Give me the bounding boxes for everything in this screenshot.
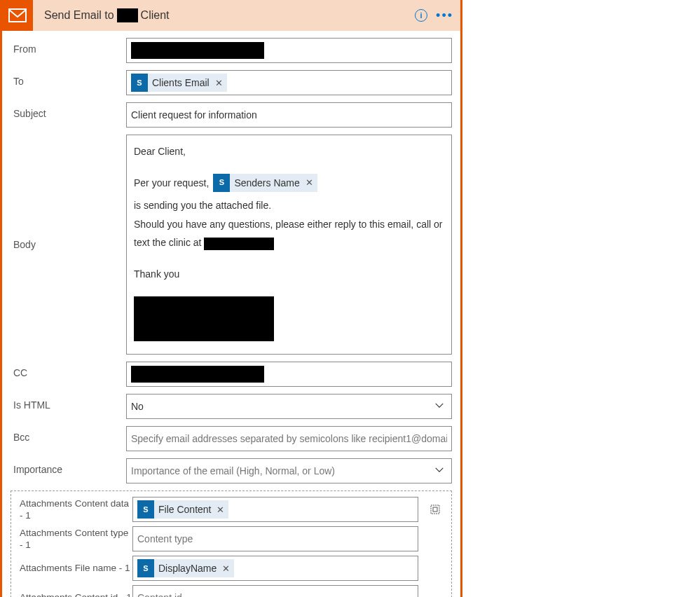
att-type-label: Attachments Content type - 1	[17, 527, 132, 551]
cc-label: CC	[11, 362, 126, 378]
token-clients-email[interactable]: S Clients Email ✕	[131, 74, 227, 92]
chevron-down-icon	[434, 401, 444, 413]
token-senders-name[interactable]: S Senders Name ✕	[213, 174, 317, 192]
subject-value: Client request for information	[131, 109, 257, 121]
token-display-name[interactable]: S DisplayName ✕	[137, 559, 234, 577]
info-icon[interactable]: i	[415, 9, 427, 22]
att-type-input[interactable]	[132, 526, 418, 551]
body-greeting: Dear Client,	[134, 142, 444, 161]
attachments-group: Attachments Content data - 1 S File Cont…	[11, 490, 452, 597]
att-id-input[interactable]	[132, 585, 418, 597]
att-filename-input[interactable]: S DisplayName ✕	[132, 556, 418, 581]
card-title: Send Email to Client	[44, 8, 170, 22]
ishtml-value: No	[131, 401, 144, 412]
token-remove-icon[interactable]: ✕	[217, 505, 224, 515]
body-thanks: Thank you	[134, 265, 444, 284]
att-id-label: Attachments Content id - 1	[17, 591, 132, 597]
title-prefix: Send Email to	[44, 9, 114, 22]
to-input[interactable]: S Clients Email ✕	[126, 70, 452, 95]
outlook-icon	[2, 0, 33, 31]
bcc-placeholder[interactable]	[131, 430, 447, 447]
ishtml-label: Is HTML	[11, 394, 126, 411]
token-label: DisplayName	[158, 563, 217, 574]
importance-select[interactable]: Importance of the email (High, Normal, o…	[126, 458, 452, 483]
subject-label: Subject	[11, 102, 126, 119]
att-data-label: Attachments Content data - 1	[17, 497, 132, 522]
sharepoint-icon: S	[137, 559, 154, 577]
card-body: From To S Clients Email ✕ Subject Client…	[2, 31, 460, 597]
card-header[interactable]: Send Email to Client i •••	[2, 0, 460, 31]
sharepoint-icon: S	[213, 174, 230, 192]
ishtml-select[interactable]: No	[126, 394, 452, 419]
att-filename-label: Attachments File name - 1	[17, 562, 132, 575]
from-label: From	[11, 38, 126, 55]
svg-rect-1	[431, 505, 439, 514]
body-text: Per your request,	[134, 174, 209, 193]
att-type-placeholder[interactable]	[137, 530, 413, 547]
redacted	[131, 42, 264, 59]
subject-input[interactable]: Client request for information	[126, 102, 452, 128]
redacted	[117, 8, 138, 22]
bcc-label: Bcc	[11, 426, 126, 443]
item-mode-icon[interactable]	[425, 500, 445, 519]
svg-rect-2	[433, 507, 437, 512]
token-label: Clients Email	[152, 77, 210, 88]
bcc-input[interactable]	[126, 426, 452, 451]
body-label: Body	[11, 239, 126, 250]
redacted	[204, 238, 274, 250]
redacted	[131, 366, 264, 383]
to-label: To	[11, 70, 126, 87]
importance-label: Importance	[11, 458, 126, 475]
token-label: File Content	[158, 504, 211, 515]
token-file-content[interactable]: S File Content ✕	[137, 500, 228, 519]
sharepoint-icon: S	[131, 74, 148, 92]
redacted	[134, 296, 274, 341]
token-remove-icon[interactable]: ✕	[306, 174, 313, 192]
token-label: Senders Name	[234, 174, 299, 193]
cc-input[interactable]	[126, 362, 452, 387]
att-data-input[interactable]: S File Content ✕	[132, 497, 418, 522]
token-remove-icon[interactable]: ✕	[222, 563, 230, 574]
body-text: is sending you the attached file.	[134, 196, 271, 215]
token-remove-icon[interactable]: ✕	[215, 78, 223, 88]
importance-placeholder: Importance of the email (High, Normal, o…	[131, 465, 335, 476]
chevron-down-icon	[434, 465, 444, 477]
from-input[interactable]	[126, 38, 452, 63]
action-card: Send Email to Client i ••• From To S Cli…	[0, 0, 462, 597]
title-suffix: Client	[141, 9, 170, 22]
more-icon[interactable]: •••	[436, 12, 453, 19]
body-text: Should you have any questions, please ei…	[134, 219, 442, 249]
body-input[interactable]: Dear Client, Per your request, S Senders…	[126, 135, 452, 355]
sharepoint-icon: S	[137, 500, 154, 519]
att-id-placeholder[interactable]	[137, 589, 413, 597]
